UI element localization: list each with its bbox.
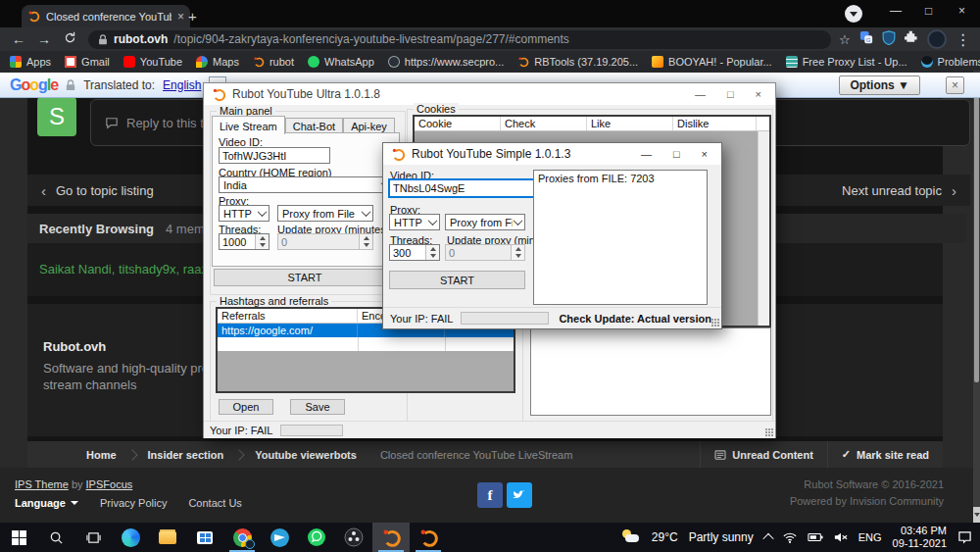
ipsfocus-link[interactable]: IPSFocus — [86, 478, 133, 490]
simple-minimize-icon[interactable]: — — [641, 148, 652, 160]
threads-stepper[interactable]: 1000 — [219, 233, 270, 250]
bookmark-freeproxy[interactable]: Free Proxy List - Up... — [786, 56, 907, 68]
weather-icon[interactable] — [621, 529, 641, 545]
taskbar-search-button[interactable] — [37, 523, 74, 552]
back-icon[interactable]: ← — [6, 31, 31, 47]
cookies-col-dislike[interactable]: Dislike — [673, 117, 757, 130]
simple-title-bar[interactable]: Rubot YouTube Simple 1.0.1.3 — □ × — [383, 143, 721, 165]
bookmark-star-icon[interactable]: ☆ — [839, 32, 851, 47]
taskbar-rubot-simple-button[interactable] — [410, 523, 447, 552]
browser-avatar[interactable] — [927, 29, 947, 49]
start-button[interactable] — [0, 523, 37, 552]
rubot-simple-window[interactable]: Rubot YouTube Simple 1.0.1.3 — □ × Video… — [382, 142, 722, 329]
ultra-title-bar[interactable]: Rubot YouTube Ultra 1.0.1.8 — □ × — [204, 83, 775, 105]
cookies-log-listbox[interactable] — [530, 327, 771, 416]
action-center-icon[interactable] — [957, 530, 972, 544]
breadcrumb-home[interactable]: Home — [27, 449, 128, 461]
tab-close-icon[interactable]: × — [177, 10, 184, 24]
translate-close-button[interactable]: × — [946, 76, 964, 94]
privacy-policy-link[interactable]: Privacy Policy — [100, 497, 167, 509]
video-id-input[interactable] — [389, 179, 537, 197]
proxy-type-select[interactable]: HTTP — [389, 214, 440, 230]
scrollbar-thumb[interactable] — [974, 88, 979, 382]
bookmark-apps[interactable]: Apps — [10, 56, 51, 68]
bookmark-maps[interactable]: Maps — [196, 56, 239, 68]
bookmark-rbtools[interactable]: RBTools (37.19.205... — [517, 56, 638, 68]
simple-start-button[interactable]: START — [389, 271, 525, 289]
window-restore-icon[interactable]: □ — [925, 4, 932, 18]
address-bar[interactable]: rubot.ovh /topic/904-zakrytaya-konferenc… — [88, 30, 831, 49]
browser-tab[interactable]: Closed conference YouTube Live × — [22, 5, 190, 27]
ultra-start-button[interactable]: START — [214, 269, 396, 286]
language-indicator[interactable]: ENG — [858, 531, 882, 543]
window-close-icon[interactable]: × — [958, 4, 965, 18]
taskbar-rubot-ultra-button[interactable] — [372, 523, 410, 552]
tab-live-stream[interactable]: Live Stream — [212, 116, 285, 134]
bookmark-booyah[interactable]: BOOYAH! - Popular... — [652, 56, 772, 68]
ips-theme-link[interactable]: IPS Theme — [15, 478, 69, 490]
proxies-listbox[interactable]: Proxies from FILE: 7203 — [533, 170, 708, 305]
open-button[interactable]: Open — [219, 399, 273, 415]
extensions-puzzle-icon[interactable] — [905, 30, 918, 48]
bookmark-youtube[interactable]: YouTube — [123, 56, 182, 68]
bookmark-secpro[interactable]: https://www.secpro... — [388, 56, 504, 68]
twitter-button[interactable] — [507, 482, 532, 508]
simple-close-icon[interactable]: × — [702, 148, 708, 160]
video-id-input[interactable] — [219, 147, 330, 164]
taskbar-obs-button[interactable] — [335, 523, 372, 552]
country-select[interactable]: India — [219, 176, 393, 193]
taskbar-whatsapp-button[interactable] — [298, 523, 335, 552]
scroll-down-icon[interactable] — [973, 507, 980, 523]
taskbar-explorer-button[interactable] — [149, 523, 186, 552]
window-minimize-icon[interactable]: — — [890, 4, 902, 18]
browser-menu-icon[interactable]: ⋮ — [956, 30, 971, 49]
reload-icon[interactable] — [57, 31, 82, 47]
taskbar-store-button[interactable] — [186, 523, 223, 552]
cookies-col-check[interactable]: Check — [501, 117, 587, 130]
shield-extension-icon[interactable] — [882, 30, 896, 49]
weather-temp[interactable]: 29°C — [652, 530, 678, 544]
bookmark-rubot[interactable]: rubot — [253, 56, 294, 68]
translate-options-button[interactable]: Options ▼ — [839, 75, 920, 95]
breadcrumb-insider[interactable]: Insider section — [136, 449, 236, 461]
referral-row-empty[interactable] — [218, 337, 514, 351]
taskbar-telegram-button[interactable] — [261, 523, 298, 552]
resize-grip[interactable] — [765, 428, 773, 436]
unread-content-button[interactable]: Unread Content — [700, 441, 827, 468]
cookies-col-like[interactable]: Like — [587, 117, 673, 130]
wifi-icon[interactable] — [783, 532, 797, 543]
ultra-close-icon[interactable]: × — [756, 88, 761, 100]
resize-grip[interactable] — [711, 319, 719, 326]
ultra-maximize-icon[interactable]: □ — [727, 88, 734, 100]
facebook-button[interactable]: f — [477, 482, 503, 508]
proxy-source-select[interactable]: Proxy from File — [445, 214, 525, 230]
go-to-topic-link[interactable]: Go to topic listing — [56, 183, 154, 198]
avatar[interactable]: S — [37, 97, 76, 136]
forward-icon[interactable]: → — [31, 31, 57, 47]
ultra-minimize-icon[interactable]: — — [695, 88, 706, 100]
weather-condition[interactable]: Partly sunny — [689, 530, 754, 544]
save-button[interactable]: Save — [290, 399, 345, 415]
cookies-scrollbar[interactable] — [758, 131, 769, 326]
task-view-button[interactable] — [74, 523, 112, 552]
bookmark-whatsapp[interactable]: WhatsApp — [308, 56, 374, 68]
battery-icon[interactable] — [808, 532, 823, 542]
page-scrollbar[interactable] — [973, 71, 980, 523]
taskbar-edge-button[interactable] — [112, 523, 149, 552]
taskbar-chrome-button[interactable] — [223, 523, 261, 552]
browser-profile-icon[interactable] — [845, 5, 862, 23]
contact-us-link[interactable]: Contact Us — [188, 497, 241, 509]
bookmark-gmail[interactable]: Gmail — [65, 56, 110, 68]
volume-muted-icon[interactable] — [834, 531, 848, 543]
language-menu[interactable]: Language — [15, 497, 78, 509]
translate-page-icon[interactable]: G — [859, 30, 873, 48]
simple-maximize-icon[interactable]: □ — [673, 148, 680, 160]
breadcrumb-viewerbots[interactable]: Youtube viewerbots — [243, 449, 368, 461]
referrals-col[interactable]: Referrals — [218, 309, 358, 323]
translate-language-link[interactable]: English — [163, 78, 201, 92]
taskbar-clock[interactable]: 03:46 PM 09-11-2021 — [893, 525, 947, 550]
proxy-source-select[interactable]: Proxy from File — [277, 205, 373, 222]
mark-site-read-button[interactable]: ✓ Mark site read — [827, 441, 943, 468]
threads-stepper[interactable]: 300 — [389, 244, 440, 261]
cookies-col-cookie[interactable]: Cookie — [415, 117, 501, 130]
